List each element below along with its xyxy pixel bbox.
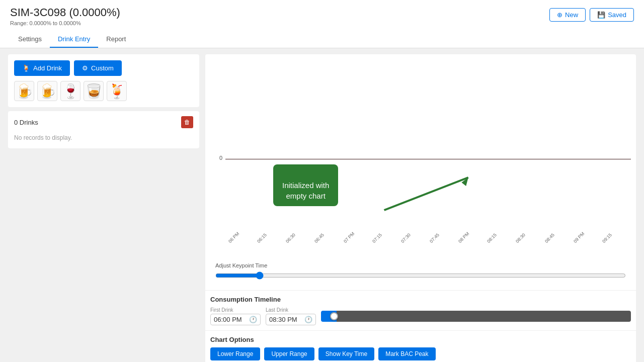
- upper-range-button[interactable]: Upper Range: [264, 347, 314, 360]
- zero-line: [225, 159, 631, 159]
- right-panel: 0 Initialized with empty chart: [205, 54, 636, 362]
- tabs: Settings Drink Entry Report: [10, 31, 634, 48]
- consumption-title: Consumption Timeline: [210, 296, 631, 303]
- zero-label: 0: [219, 155, 222, 161]
- consumption-section: Consumption Timeline First Drink 🕐 Last …: [205, 290, 636, 330]
- keypoint-label: Adjust Keypoint Time: [215, 262, 626, 268]
- drink-icon-2[interactable]: 🍷: [60, 81, 80, 101]
- consumption-thumb[interactable]: [330, 312, 338, 320]
- svg-line-0: [384, 177, 468, 210]
- tab-drink-entry[interactable]: Drink Entry: [50, 31, 98, 48]
- trash-icon: 🗑: [184, 119, 190, 126]
- drinks-count: 0 Drinks: [14, 119, 38, 126]
- lower-range-button[interactable]: Lower Range: [210, 347, 260, 360]
- plus-icon: ⊕: [557, 11, 562, 19]
- keypoint-section: Adjust Keypoint Time: [210, 260, 631, 286]
- top-bar: SIM-3C098 (0.0000%) Range: 0.0000% to 0.…: [0, 0, 644, 48]
- drink-icon-1[interactable]: 🍺: [37, 81, 57, 101]
- top-buttons: ⊕ New 💾 Saved: [549, 8, 634, 22]
- first-drink-group: First Drink 🕐: [210, 307, 261, 325]
- slider-container: [215, 270, 626, 282]
- chart-area: 0 Initialized with empty chart: [205, 54, 636, 286]
- drink-icon-4[interactable]: 🍹: [107, 81, 127, 101]
- main-content: 🍹 Add Drink ⚙ Custom 🍺 🍺 🍷 🥃 🍹 0 Drinks: [0, 48, 644, 362]
- title-row: SIM-3C098 (0.0000%) Range: 0.0000% to 0.…: [10, 6, 634, 26]
- first-drink-label: First Drink: [210, 307, 261, 313]
- consumption-row: First Drink 🕐 Last Drink 🕐: [210, 307, 631, 325]
- custom-button[interactable]: ⚙ Custom: [74, 60, 122, 76]
- mark-bac-peak-button[interactable]: Mark BAC Peak: [378, 347, 435, 360]
- add-drink-icon: 🍹: [22, 64, 30, 72]
- tab-report[interactable]: Report: [98, 31, 134, 48]
- chart-inner: 0 Initialized with empty chart: [210, 59, 631, 240]
- title-section: SIM-3C098 (0.0000%) Range: 0.0000% to 0.…: [10, 6, 120, 26]
- last-drink-label: Last Drink: [266, 307, 316, 313]
- first-drink-input-wrap: 🕐: [210, 314, 261, 325]
- delete-all-button[interactable]: 🗑: [181, 116, 193, 128]
- drinks-list-header: 0 Drinks 🗑: [14, 116, 193, 128]
- custom-icon: ⚙: [82, 64, 88, 72]
- keypoint-slider[interactable]: [215, 272, 626, 280]
- add-drink-button[interactable]: 🍹 Add Drink: [14, 60, 70, 76]
- drink-icons-row: 🍺 🍺 🍷 🥃 🍹: [14, 81, 193, 101]
- drink-icon-3[interactable]: 🥃: [84, 81, 104, 101]
- save-icon: 💾: [597, 11, 605, 19]
- saved-button[interactable]: 💾 Saved: [590, 8, 634, 22]
- svg-marker-1: [461, 177, 468, 186]
- drink-icon-0[interactable]: 🍺: [14, 81, 34, 101]
- chart-options-row: Lower Range Upper Range Show Key Time Ma…: [210, 347, 631, 360]
- tooltip-text: Initialized with empty chart: [282, 181, 329, 200]
- x-axis-labels: 06 PM 06:15 06:30 06:45 07 PM 07:15 07:3…: [210, 240, 631, 260]
- new-button[interactable]: ⊕ New: [549, 8, 586, 22]
- chart-options-title: Chart Options: [210, 336, 631, 343]
- drink-btn-row: 🍹 Add Drink ⚙ Custom: [14, 60, 193, 76]
- first-drink-input[interactable]: [214, 316, 249, 323]
- first-drink-clock-icon[interactable]: 🕐: [249, 316, 257, 323]
- drink-buttons-panel: 🍹 Add Drink ⚙ Custom 🍺 🍺 🍷 🥃 🍹: [8, 54, 199, 107]
- range-text: Range: 0.0000% to 0.0000%: [10, 20, 120, 26]
- tooltip-bubble: Initialized with empty chart: [273, 164, 338, 206]
- tab-settings[interactable]: Settings: [10, 31, 50, 48]
- drinks-list-panel: 0 Drinks 🗑 No records to display.: [8, 111, 199, 148]
- last-drink-input[interactable]: [269, 316, 304, 323]
- chart-options-section: Chart Options Lower Range Upper Range Sh…: [205, 330, 636, 362]
- show-key-time-button[interactable]: Show Key Time: [318, 347, 374, 360]
- page-title: SIM-3C098 (0.0000%): [10, 6, 120, 19]
- last-drink-group: Last Drink 🕐: [266, 307, 316, 325]
- last-drink-input-wrap: 🕐: [266, 314, 316, 325]
- consumption-track: [321, 311, 631, 322]
- chart-container: 0 Initialized with empty chart: [210, 59, 631, 240]
- left-panel: 🍹 Add Drink ⚙ Custom 🍺 🍺 🍷 🥃 🍹 0 Drinks: [8, 54, 199, 362]
- last-drink-clock-icon[interactable]: 🕐: [304, 316, 312, 323]
- no-records-message: No records to display.: [14, 132, 193, 143]
- chart-overlay-svg: [210, 59, 631, 240]
